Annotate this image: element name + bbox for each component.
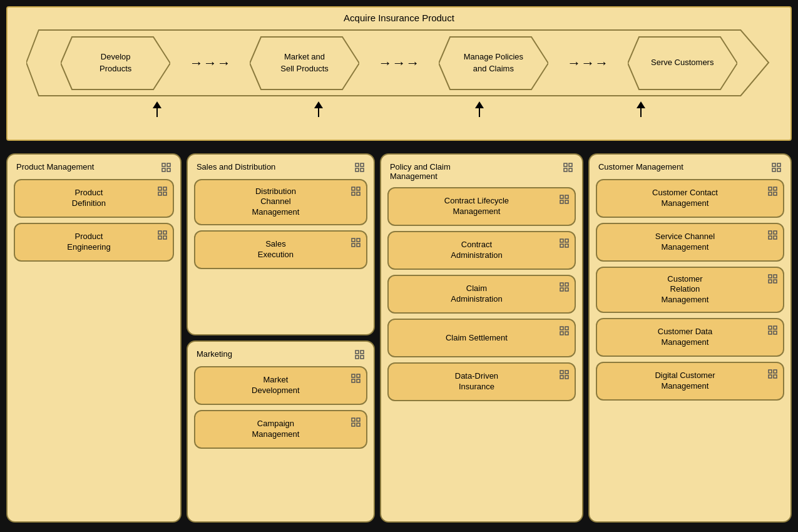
svg-rect-77	[769, 275, 772, 278]
svg-rect-16	[163, 236, 166, 239]
svg-rect-21	[352, 187, 355, 190]
svg-rect-66	[777, 163, 780, 166]
product-engineering-item: ProductEngineering	[14, 223, 174, 262]
category-customer-management-title: Customer Management	[596, 162, 784, 173]
customer-management-grid-icon	[772, 162, 782, 173]
process-market: Market andSell Products	[250, 36, 359, 91]
svg-rect-57	[560, 327, 563, 330]
service-channel-grid-icon	[768, 230, 778, 240]
campaign-grid-icon	[351, 417, 361, 427]
svg-rect-27	[352, 243, 355, 247]
svg-rect-26	[357, 238, 360, 242]
svg-rect-50	[565, 239, 568, 242]
svg-rect-81	[769, 326, 772, 329]
category-product-management-title: Product Management	[14, 162, 174, 173]
claim-settlement-item: Claim Settlement	[387, 319, 576, 357]
svg-rect-51	[560, 244, 563, 247]
svg-rect-67	[772, 168, 775, 171]
category-product-management: Product Management ProductDefinition Pro…	[6, 153, 182, 523]
svg-rect-8	[167, 168, 170, 171]
svg-rect-88	[774, 375, 777, 378]
dash-2: →→→	[378, 55, 419, 71]
dash-1: →→→	[190, 55, 231, 71]
up-arrows	[20, 101, 778, 117]
svg-rect-41	[564, 163, 567, 166]
category-policy-claim: Policy and ClaimManagement Contract Life…	[380, 153, 583, 523]
svg-rect-83	[769, 331, 772, 334]
up-arrow-1	[153, 101, 161, 117]
product-management-grid-icon	[161, 162, 171, 173]
svg-rect-60	[565, 332, 568, 335]
policy-claim-grid-icon	[563, 162, 573, 173]
svg-rect-19	[356, 168, 359, 171]
svg-rect-14	[163, 231, 166, 234]
svg-rect-56	[565, 288, 568, 291]
customer-relation-item: CustomerRelationManagement	[596, 267, 784, 314]
process-serve: Serve Customers	[628, 36, 737, 91]
data-driven-item: Data-DrivenInsurance	[387, 362, 576, 401]
svg-rect-68	[777, 168, 780, 171]
svg-rect-36	[357, 379, 360, 382]
serve-label: Serve Customers	[651, 57, 714, 68]
svg-rect-25	[352, 238, 355, 242]
campaign-management-item: CampaignManagement	[194, 410, 367, 449]
top-section: Acquire Insurance Product DevelopProduct…	[6, 6, 792, 141]
svg-rect-49	[560, 239, 563, 242]
svg-rect-28	[357, 243, 360, 247]
service-channel-item: Service ChannelManagement	[596, 223, 784, 262]
svg-rect-52	[565, 244, 568, 247]
claim-administration-item: ClaimAdministration	[387, 275, 576, 314]
svg-rect-85	[769, 370, 772, 373]
contract-administration-item: ContractAdministration	[387, 231, 576, 270]
svg-rect-78	[774, 275, 777, 278]
market-development-grid-icon	[351, 374, 361, 384]
svg-rect-24	[357, 192, 360, 195]
category-customer-management: Customer Management Customer ContactMana…	[588, 153, 792, 523]
product-definition-grid-icon	[158, 187, 168, 197]
svg-rect-65	[772, 163, 775, 166]
svg-rect-80	[774, 280, 777, 283]
category-policy-claim-title: Policy and ClaimManagement	[387, 162, 576, 181]
svg-rect-75	[769, 236, 772, 239]
process-manage: Manage Policiesand Claims	[439, 36, 548, 91]
acquire-insurance-title: Acquire Insurance Product	[20, 13, 778, 23]
digital-customer-item: Digital CustomerManagement	[596, 362, 784, 401]
svg-rect-63	[560, 376, 563, 379]
manage-label: Manage Policiesand Claims	[464, 51, 523, 74]
svg-rect-7	[162, 168, 165, 171]
svg-rect-74	[774, 231, 777, 234]
contract-lifecycle-grid-icon	[560, 195, 570, 205]
sales-marketing-column: Sales and Distribution DistributionChann…	[187, 153, 375, 523]
svg-rect-22	[357, 187, 360, 190]
svg-rect-23	[352, 192, 355, 195]
product-engineering-grid-icon	[158, 230, 168, 240]
svg-rect-31	[356, 356, 359, 359]
develop-label: DevelopProducts	[100, 51, 131, 74]
product-definition-item: ProductDefinition	[14, 179, 174, 218]
process-develop: DevelopProducts	[61, 36, 170, 91]
customer-data-item: Customer DataManagement	[596, 318, 784, 357]
svg-rect-42	[569, 163, 572, 166]
svg-rect-61	[560, 371, 563, 374]
sales-execution-grid-icon	[351, 238, 361, 248]
svg-rect-15	[158, 236, 161, 239]
svg-rect-13	[158, 231, 161, 234]
svg-rect-37	[352, 418, 355, 421]
svg-rect-62	[565, 371, 568, 374]
customer-data-grid-icon	[768, 325, 778, 335]
contract-admin-grid-icon	[560, 238, 570, 248]
bottom-section: Product Management ProductDefinition Pro…	[6, 153, 792, 523]
svg-rect-84	[774, 331, 777, 334]
customer-contact-item: Customer ContactManagement	[596, 179, 784, 218]
customer-contact-grid-icon	[768, 187, 778, 197]
market-development-item: MarketDevelopment	[194, 366, 367, 405]
digital-customer-grid-icon	[768, 369, 778, 379]
svg-rect-12	[163, 192, 166, 195]
svg-rect-73	[769, 231, 772, 234]
svg-rect-33	[352, 374, 355, 377]
svg-rect-72	[774, 192, 777, 195]
sales-execution-item: SalesExecution	[194, 230, 367, 269]
distribution-grid-icon	[351, 187, 361, 197]
svg-rect-53	[560, 283, 563, 286]
svg-rect-69	[769, 187, 772, 190]
